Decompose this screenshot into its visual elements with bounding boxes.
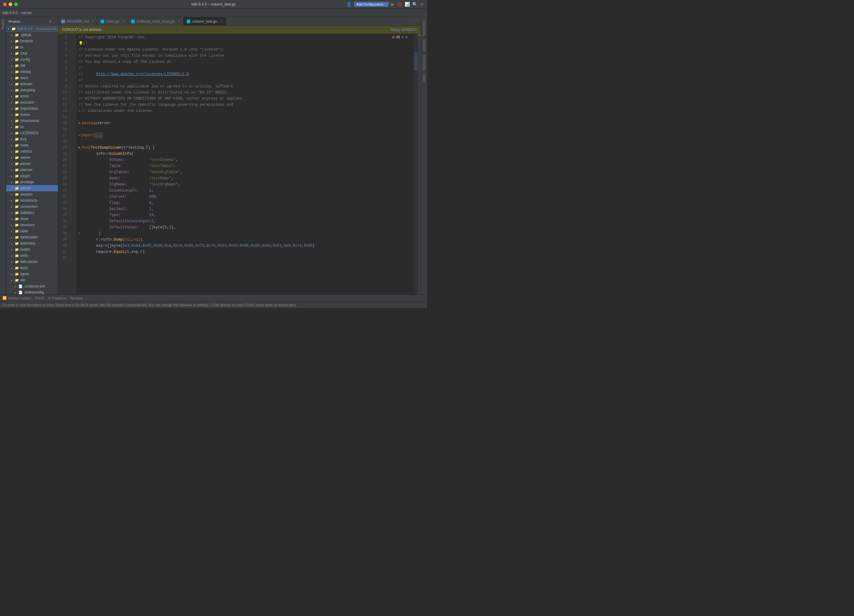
sidebar-settings-icon[interactable]: ⚙ [49, 19, 52, 24]
sidebar-item-lock[interactable]: ▸ 📁 lock [6, 136, 58, 142]
sidebar-item--github[interactable]: ▸ 📁 .github [6, 32, 58, 38]
sidebar-item-infoschema[interactable]: ▸ 📁 infoschema [6, 118, 58, 124]
sidebar-item-expression[interactable]: ▸ 📁 expression [6, 105, 58, 111]
gutter-line-14 [70, 113, 76, 119]
tab-readme-md[interactable]: README.md ✕ [58, 17, 98, 26]
gutter-line-11 [70, 95, 76, 101]
project-tab[interactable]: Project [1, 17, 5, 32]
tree-root[interactable]: ▾ 📁 tidb-5.4.0 ~/Downloads/tidb-5.4.0 [6, 26, 58, 32]
run-icon[interactable]: ▶ [391, 2, 395, 7]
databases-tab[interactable]: Databases [422, 20, 426, 37]
sidebar-item-kv[interactable]: ▸ 📁 kv [6, 124, 58, 130]
sidebar-item--editorconfig[interactable]: ▸ 📄 .editorconfig [6, 289, 58, 294]
tab-conn-go[interactable]: conn.go ✕ [98, 17, 128, 26]
sidebar-item-tools[interactable]: ▸ 📁 tools [6, 265, 58, 271]
sidebar-item-planner[interactable]: ▸ 📁 planner [6, 167, 58, 173]
window-title: tidb-5.4.0 – column_test.go [191, 2, 236, 6]
sidebar-item-session[interactable]: ▸ 📁 session [6, 191, 58, 197]
bookmarks-tab[interactable]: Bookmarks [422, 54, 426, 72]
sidebar-item-util[interactable]: ▸ 📁 util [6, 277, 58, 283]
sidebar-item-tablecodec[interactable]: ▸ 📁 tablecodec [6, 234, 58, 240]
search-icon[interactable]: 🔍 [412, 2, 418, 7]
sidebar: Project ⚙ – ▾ 📁 tidb-5.4.0 ~/Downloads/t… [6, 17, 58, 294]
sidebar-item-owner[interactable]: ▸ 📁 owner [6, 154, 58, 160]
tab-close-icon[interactable]: ✕ [122, 20, 125, 23]
line-number-27: 27 [58, 163, 67, 169]
tab-close-icon[interactable]: ✕ [92, 20, 94, 23]
tab-close-icon[interactable]: ✕ [178, 20, 180, 23]
line-number-41: 41 [58, 249, 67, 255]
sidebar-item-executor[interactable]: ▸ 📁 executor [6, 99, 58, 105]
add-configuration-button[interactable]: Add Configuration... [354, 2, 389, 7]
sidebar-item-distsql[interactable]: ▸ 📁 distsql [6, 69, 58, 75]
gutter-line-4 [70, 52, 76, 58]
tab-close-icon[interactable]: ✕ [220, 20, 223, 23]
sidebar-item-docs[interactable]: ▸ 📁 docs [6, 75, 58, 81]
sidebar-item-domain[interactable]: ▸ 📁 domain [6, 81, 58, 87]
sidebar-item-bindinfo[interactable]: ▸ 📁 bindinfo [6, 38, 58, 44]
sidebar-item-store[interactable]: ▸ 📁 store [6, 216, 58, 222]
sidebar-item-licenses[interactable]: ▸ 📁 LICENSES [6, 130, 58, 136]
sidebar-item-hooks[interactable]: ▸ 📁 hooks [6, 111, 58, 118]
sidebar-item-dumpling[interactable]: ▸ 📁 dumpling [6, 87, 58, 93]
sidebar-item-br[interactable]: ▸ 📁 br [6, 44, 58, 50]
coverage-icon[interactable]: 📊 [405, 2, 410, 7]
sidebar-item-types[interactable]: ▸ 📁 types [6, 271, 58, 277]
problems-tab[interactable]: ⊗ Problems [48, 296, 66, 300]
gutter-line-6 [70, 64, 76, 70]
line-number-11: 11 [58, 96, 67, 102]
sidebar-item-structure[interactable]: ▸ 📁 structure [6, 222, 58, 228]
sidebar-item-parser[interactable]: ▸ 📁 parser [6, 160, 58, 167]
sidebar-item-server[interactable]: ▸ 📁 server [6, 185, 58, 191]
sidebar-item-sessionctx[interactable]: ▸ 📁 sessionctx [6, 197, 58, 203]
code-editor[interactable]: 1234567891011121314151617232425262728293… [58, 34, 421, 294]
sidebar-title: Project [9, 20, 49, 23]
sidebar-item--codecov-yml[interactable]: ▸ 📄 .codecov.yml [6, 283, 58, 289]
status-message: Go code is now formatted on save: Every … [0, 301, 427, 308]
root-folder-icon: 📁 [11, 27, 16, 31]
make-tab[interactable]: make [422, 73, 426, 83]
sidebar-item-cmd[interactable]: ▸ 📁 cmd [6, 50, 58, 56]
setup-goroot-link[interactable]: Setup GOROOT [390, 27, 417, 32]
sidebar-item-config[interactable]: ▸ 📁 config [6, 56, 58, 63]
sidebar-collapse-icon[interactable]: – [53, 19, 55, 24]
sidebar-item-tidb-server[interactable]: ▸ 📁 tidb-server [6, 259, 58, 265]
sidebar-item-errno[interactable]: ▸ 📁 errno [6, 93, 58, 99]
sidebar-item-metrics[interactable]: ▸ 📁 metrics [6, 148, 58, 154]
sidebar-item-tests[interactable]: ▸ 📁 tests [6, 253, 58, 259]
debug-icon[interactable]: 🐞 [397, 2, 402, 7]
editor-scrollbar[interactable] [418, 34, 421, 294]
sidebar-item-statistics[interactable]: ▸ 📁 statistics [6, 210, 58, 216]
line-number-25: 25 [58, 151, 67, 157]
sidebar-item-testkit[interactable]: ▸ 📁 testkit [6, 246, 58, 253]
gutter-line-2 [70, 40, 76, 46]
sidebar-item-plugin[interactable]: ▸ 📁 plugin [6, 173, 58, 179]
terminal-tab[interactable]: Terminal [70, 296, 83, 300]
settings-icon[interactable]: ⚙ [420, 2, 424, 7]
sidebar-item-ddl[interactable]: ▸ 📁 ddl [6, 63, 58, 69]
root-path: ~/Downloads/tidb-5.4.0 [34, 27, 58, 30]
user-icon[interactable]: 👤 [346, 2, 352, 7]
code-line-28: OrgTable: "testOrgTable", [78, 169, 413, 175]
tree-items: ▸ 📁 .github ▸ 📁 bindinfo ▸ 📁 br ▸ 📁 cmd … [6, 32, 58, 294]
close-button[interactable] [3, 3, 7, 6]
tab-buffered-read-conn-go[interactable]: buffered_read_conn.go ✕ [128, 17, 184, 26]
line-number-5: 5 [58, 59, 67, 65]
gutter-line-27 [70, 162, 76, 169]
version-control-tab[interactable]: 🔀 Version Control [3, 296, 31, 300]
minimize-button[interactable] [9, 3, 12, 6]
todo-tab[interactable]: TODO [35, 296, 44, 300]
tab-label: conn.go [106, 19, 119, 24]
code-content[interactable]: // Copyright 2019 PingCAP, Inc.💡 /*// Li… [76, 34, 413, 294]
sidebar-item-sessiontxn[interactable]: ▸ 📁 sessiontxn [6, 203, 58, 210]
gutter-line-24 [70, 144, 76, 150]
structure-tab[interactable]: Structure [422, 38, 426, 53]
sidebar-item-privilege[interactable]: ▸ 📁 privilege [6, 179, 58, 185]
tab-column-test-go[interactable]: column_test.go ✕ [184, 17, 226, 26]
sidebar-item-table[interactable]: ▸ 📁 table [6, 228, 58, 234]
sidebar-item-meta[interactable]: ▸ 📁 meta [6, 142, 58, 148]
maximize-button[interactable] [14, 3, 18, 6]
sidebar-item-telemetry[interactable]: ▸ 📁 telemetry [6, 240, 58, 246]
gutter-line-42 [70, 255, 76, 261]
tabs-more[interactable]: ⋯ [412, 19, 421, 24]
